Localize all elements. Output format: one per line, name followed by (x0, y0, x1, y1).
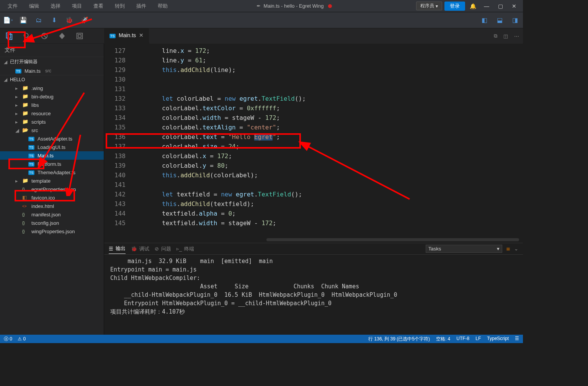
panel-tab-debug[interactable]: 🐞 调试 (131, 244, 149, 254)
json-file-icon (22, 220, 28, 226)
svg-point-2 (24, 33, 28, 37)
frame-icon[interactable] (71, 29, 88, 43)
title-right: 程序员 ▾ 登录 🔔 — ▢ ✕ (416, 2, 520, 11)
panel-tab-output[interactable]: ☰ 输出 (109, 244, 126, 254)
code-content[interactable]: line.x = 172; line.y = 61; this.addChild… (132, 44, 523, 243)
rocket-icon[interactable]: 🚀 (80, 16, 89, 25)
notifications-icon[interactable]: 🔔 (467, 3, 479, 9)
status-warnings[interactable]: ⚠ 0 (18, 336, 26, 342)
app-logo-icon (256, 3, 261, 9)
status-bar: ⓧ 0 ⚠ 0 行 136, 列 39 (已选中5个字符) 空格: 4 UTF-… (0, 335, 523, 343)
project-header[interactable]: ◢HELLO (0, 75, 104, 84)
html-file-icon (22, 203, 28, 209)
search-tab-icon[interactable] (18, 29, 35, 43)
json-file-icon (22, 228, 28, 234)
explorer-tab-icon[interactable] (1, 29, 18, 43)
svg-line-3 (28, 37, 30, 39)
no-entry-icon[interactable] (36, 29, 53, 43)
bug-icon[interactable]: 🐞 (65, 16, 74, 25)
editor-tabs: Main.ts ✕ (104, 28, 149, 42)
status-cursor[interactable]: 行 136, 列 39 (已选中5个字符) (368, 336, 430, 342)
panel-tab-problems[interactable]: ⊘ 问题 (155, 244, 171, 254)
sidebar: 文件 ◢已打开编辑器 Main.tssrc ◢HELLO ▸.wing▸bin-… (0, 28, 104, 335)
split-editor-icon[interactable]: ◫ (503, 33, 508, 39)
tree-item[interactable]: manifest.json (0, 210, 104, 219)
tree-item[interactable]: wingProperties.json (0, 227, 104, 236)
folder-icon (22, 178, 28, 184)
menu-item-查看[interactable]: 查看 (89, 2, 108, 11)
menu-item-编辑[interactable]: 编辑 (24, 2, 44, 11)
save-all-icon[interactable]: 🗂 (34, 16, 43, 25)
horizontal-scrollbar[interactable] (266, 238, 519, 241)
tree-item[interactable]: AssetAdapter.ts (0, 134, 104, 143)
compare-icon[interactable]: ⧉ (494, 33, 497, 39)
svg-line-5 (42, 34, 47, 38)
clear-output-icon[interactable]: ≣ (506, 246, 510, 252)
panel-tab-bar: ☰ 输出 🐞 调试 ⊘ 问题 ▹_ 终端 Tasks▾ ≣ ⌄ (104, 243, 523, 255)
maximize-button[interactable]: ▢ (495, 3, 506, 9)
tree-item[interactable]: egretProperties.json (0, 185, 104, 193)
menu-bar: 文件编辑选择项目查看转到插件帮助 (3, 2, 172, 11)
sidebar-title: 文件 (0, 44, 104, 57)
status-language[interactable]: TypeScript (487, 336, 509, 342)
menu-item-项目[interactable]: 项目 (67, 2, 87, 11)
tree-item[interactable]: ThemeAdapter.ts (0, 168, 104, 177)
menu-item-插件[interactable]: 插件 (132, 2, 151, 11)
tree-item[interactable]: ▸libs (0, 101, 104, 109)
workbench: 文件 ◢已打开编辑器 Main.tssrc ◢HELLO ▸.wing▸bin-… (0, 28, 523, 335)
folder-icon (22, 110, 28, 116)
tree-item[interactable]: index.html (0, 202, 104, 210)
tree-item[interactable]: ▸template (0, 177, 104, 185)
tree-item[interactable]: Main.ts (0, 151, 104, 160)
menu-item-选择[interactable]: 选择 (46, 2, 65, 11)
close-tab-icon[interactable]: ✕ (139, 32, 144, 38)
file-tree: ▸.wing▸bin-debug▸libs▸resource▸scripts◢s… (0, 84, 104, 236)
tree-item[interactable]: ▸.wing (0, 84, 104, 92)
editor-action-bar: ⧉ ◫ ⋯ (149, 28, 523, 44)
output-channel-select[interactable]: Tasks▾ (426, 245, 502, 253)
role-dropdown[interactable]: 程序员 ▾ (416, 2, 442, 10)
status-eol[interactable]: LF (475, 336, 481, 342)
layout-right-icon[interactable]: ◨ (511, 16, 519, 25)
menu-item-帮助[interactable]: 帮助 (153, 2, 172, 11)
tree-item[interactable]: Platform.ts (0, 160, 104, 168)
folder-icon (22, 127, 28, 133)
status-spaces[interactable]: 空格: 4 (436, 336, 450, 342)
tree-item[interactable]: tsconfig.json (0, 219, 104, 227)
more-actions-icon[interactable]: ⋯ (514, 33, 519, 39)
tree-item[interactable]: ◢src (0, 126, 104, 134)
download-icon[interactable]: ⬇ (50, 16, 58, 25)
status-errors[interactable]: ⓧ 0 (4, 336, 12, 342)
status-feedback-icon[interactable]: ☰ (515, 336, 519, 342)
layout-bottom-icon[interactable]: ⬓ (495, 16, 504, 25)
editor-area: Main.ts ✕ ⧉ ◫ ⋯ 127 128 129 130 131 132 … (104, 28, 523, 335)
new-file-icon[interactable]: 📄+ (4, 16, 12, 25)
diamond-icon[interactable] (54, 29, 70, 43)
status-encoding[interactable]: UTF-8 (456, 336, 469, 342)
menu-item-转到[interactable]: 转到 (110, 2, 129, 11)
tree-item[interactable]: ▸resource (0, 109, 104, 118)
open-editors-header[interactable]: ◢已打开编辑器 (0, 57, 104, 67)
ts-file-icon (109, 32, 116, 38)
tree-item[interactable]: ▸bin-debug (0, 92, 104, 101)
collapse-panel-icon[interactable]: ⌄ (514, 246, 518, 252)
tree-item[interactable]: LoadingUI.ts (0, 143, 104, 151)
save-icon[interactable]: 💾 (19, 16, 28, 25)
folder-icon (22, 85, 28, 91)
ts-file-icon (28, 136, 34, 142)
minimize-button[interactable]: — (481, 3, 492, 9)
ts-file-icon (15, 68, 21, 74)
editor-tab-main[interactable]: Main.ts ✕ (104, 28, 149, 42)
open-editor-item[interactable]: Main.tssrc (0, 67, 104, 75)
menu-item-文件[interactable]: 文件 (3, 2, 22, 11)
tree-item[interactable]: ▸scripts (0, 118, 104, 126)
close-button[interactable]: ✕ (508, 3, 520, 9)
layout-left-icon[interactable]: ◧ (480, 16, 488, 25)
editor-body[interactable]: 127 128 129 130 131 132 133 134 135 136 … (104, 44, 523, 243)
ts-file-icon (28, 169, 34, 175)
ts-file-icon (28, 144, 34, 150)
panel-tab-terminal[interactable]: ▹_ 终端 (176, 244, 194, 254)
tree-item[interactable]: favicon.ico (0, 193, 104, 202)
login-button[interactable]: 登录 (444, 2, 465, 11)
output-body[interactable]: main.js 32.9 KiB main [emitted] main Ent… (104, 255, 523, 335)
